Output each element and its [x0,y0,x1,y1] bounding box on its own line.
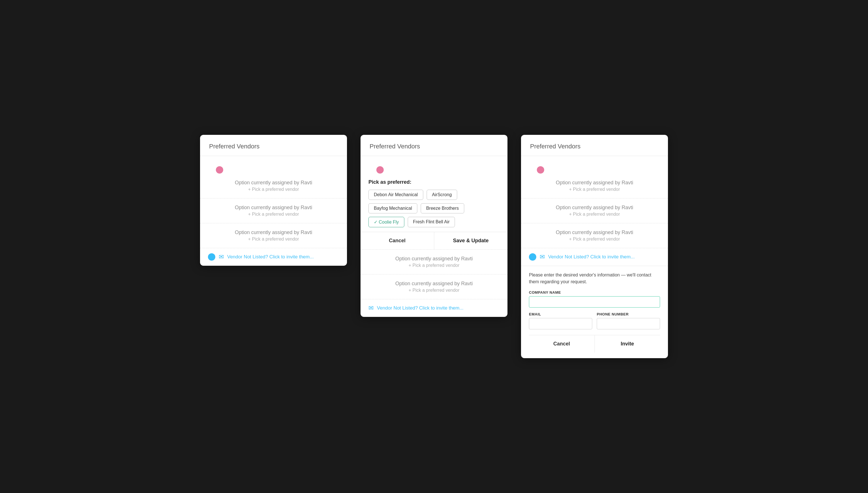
pink-dot-3 [537,166,544,174]
card-1: Preferred Vendors Option currently assig… [200,135,347,266]
card-3-header: Preferred Vendors [521,135,668,156]
phone-field-group: PHONE NUMBER [597,312,660,329]
pick-label-2-2[interactable]: + Pick a preferred vendor [370,288,498,293]
company-name-label: COMPANY NAME [529,290,660,295]
invite-description: Please enter the desired vendor's inform… [529,272,660,285]
pick-label-1-3[interactable]: + Pick a preferred vendor [209,237,338,242]
assigned-label-1-3: Option currently assigned by Ravti [209,230,338,235]
mail-icon-3: ✉ [540,253,545,261]
invite-form-section: Please enter the desired vendor's inform… [521,266,668,358]
card-2-dot-row [360,156,508,174]
pink-dot-1 [216,166,223,174]
chip-debon-air[interactable]: Debon Air Mechanical [369,190,423,200]
cards-container: Preferred Vendors Option currently assig… [200,135,668,358]
vendor-chips: Debon Air Mechanical AirScrong Bayfog Me… [369,190,499,227]
assigned-label-3-1: Option currently assigned by Ravti [530,180,659,186]
pick-label-3-1[interactable]: + Pick a preferred vendor [530,187,659,192]
mail-icon-1: ✉ [219,253,224,261]
pick-label-2-1[interactable]: + Pick a preferred vendor [370,263,498,268]
blue-dot-1 [208,253,215,261]
save-update-button[interactable]: Save & Update [434,232,508,249]
vendor-row-2-2[interactable]: Option currently assigned by Ravti + Pic… [360,275,508,299]
chip-breeze[interactable]: Breeze Brothers [421,203,464,213]
assigned-label-3-2: Option currently assigned by Ravti [530,205,659,211]
vendor-row-2-1[interactable]: Option currently assigned by Ravti + Pic… [360,250,508,275]
pick-label-3-2[interactable]: + Pick a preferred vendor [530,212,659,217]
card-2: Preferred Vendors Pick as preferred: Deb… [360,135,508,317]
assigned-label-2-1: Option currently assigned by Ravti [370,256,498,262]
card-1-dot-row [200,156,347,174]
chip-coolie-fly[interactable]: Coolie Fly [369,217,404,227]
chip-airscrong[interactable]: AirScrong [427,190,457,200]
card-3-body: Option currently assigned by Ravti + Pic… [521,156,668,358]
card-2-header: Preferred Vendors [360,135,508,156]
invite-text-2[interactable]: Vendor Not Listed? Click to invite them.… [377,305,463,311]
chip-bayfog[interactable]: Bayfog Mechanical [369,203,417,213]
invite-button[interactable]: Invite [595,335,660,352]
pick-label-3-3[interactable]: + Pick a preferred vendor [530,237,659,242]
pick-label-1-2[interactable]: + Pick a preferred vendor [209,212,338,217]
pick-preferred-section: Pick as preferred: Debon Air Mechanical … [360,174,508,227]
card-3: Preferred Vendors Option currently assig… [521,135,668,358]
blue-dot-3 [529,253,536,261]
invite-action-row: Cancel Invite [529,335,660,352]
card-3-title: Preferred Vendors [530,143,581,150]
phone-input[interactable] [597,318,660,329]
assigned-label-1-2: Option currently assigned by Ravti [209,205,338,211]
card-3-dot-row [521,156,668,174]
pick-preferred-label: Pick as preferred: [369,179,499,185]
pick-label-1-1[interactable]: + Pick a preferred vendor [209,187,338,192]
phone-label: PHONE NUMBER [597,312,660,316]
vendor-row-1-1[interactable]: Option currently assigned by Ravti + Pic… [200,174,347,198]
action-row: Cancel Save & Update [360,232,508,250]
two-col-fields: EMAIL PHONE NUMBER [529,312,660,329]
assigned-label-2-2: Option currently assigned by Ravti [370,281,498,287]
vendor-row-3-2[interactable]: Option currently assigned by Ravti + Pic… [521,198,668,223]
invite-text-3[interactable]: Vendor Not Listed? Click to invite them.… [548,254,635,260]
card-1-header: Preferred Vendors [200,135,347,156]
invite-row-2[interactable]: ✉ Vendor Not Listed? Click to invite the… [360,299,508,317]
card-2-body: Pick as preferred: Debon Air Mechanical … [360,156,508,317]
mail-icon-2: ✉ [369,304,374,312]
cancel-button-3[interactable]: Cancel [529,335,595,352]
vendor-row-1-2[interactable]: Option currently assigned by Ravti + Pic… [200,198,347,223]
email-input[interactable] [529,318,592,329]
invite-row-1[interactable]: ✉ Vendor Not Listed? Click to invite the… [200,248,347,266]
invite-row-3[interactable]: ✉ Vendor Not Listed? Click to invite the… [521,248,668,266]
assigned-label-1-1: Option currently assigned by Ravti [209,180,338,186]
company-name-input[interactable] [529,296,660,307]
card-2-title: Preferred Vendors [370,143,420,150]
cancel-button-2[interactable]: Cancel [360,232,434,249]
assigned-label-3-3: Option currently assigned by Ravti [530,230,659,235]
email-field-group: EMAIL [529,312,592,329]
card-1-title: Preferred Vendors [209,143,260,150]
email-label: EMAIL [529,312,592,316]
pink-dot-2 [376,166,384,174]
card-1-body: Option currently assigned by Ravti + Pic… [200,156,347,266]
chip-fresh-flint[interactable]: Fresh Flint Bell Air [408,217,455,227]
vendor-row-3-3[interactable]: Option currently assigned by Ravti + Pic… [521,223,668,248]
vendor-row-1-3[interactable]: Option currently assigned by Ravti + Pic… [200,223,347,248]
invite-text-1[interactable]: Vendor Not Listed? Click to invite them.… [227,254,314,260]
vendor-row-3-1[interactable]: Option currently assigned by Ravti + Pic… [521,174,668,198]
